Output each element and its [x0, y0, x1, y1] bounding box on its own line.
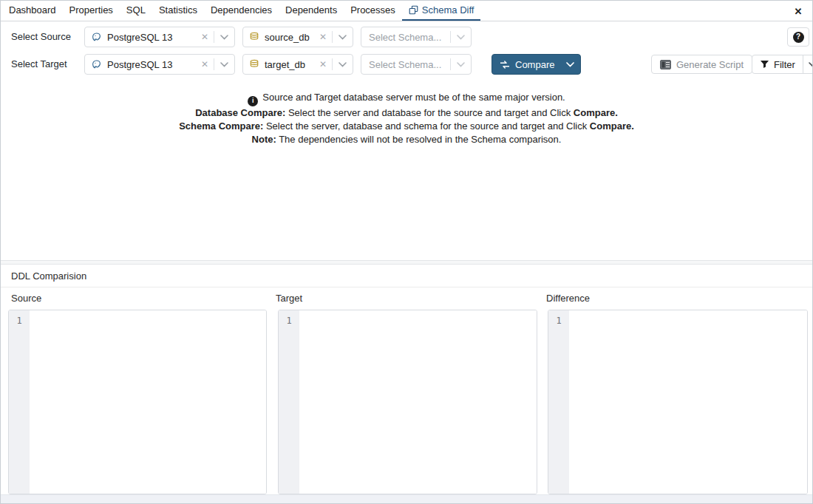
source-ddl-editor[interactable]: 1: [8, 310, 267, 494]
tab-label: Properties: [69, 4, 113, 16]
chevron-down-icon[interactable]: [334, 35, 347, 40]
line-number: 1: [548, 316, 569, 326]
target-schema-placeholder: Select Schema...: [369, 59, 449, 70]
instruction-line-schema-compare: Schema Compare: Select the server, datab…: [1, 120, 812, 133]
tab-properties[interactable]: Properties: [63, 1, 120, 21]
tab-label: Dependencies: [211, 4, 272, 16]
instruction-bold: Database Compare:: [195, 107, 285, 118]
line-number-gutter: 1: [548, 310, 569, 494]
compare-dropdown-toggle[interactable]: [562, 55, 580, 74]
tab-label: Dashboard: [9, 4, 56, 16]
line-number: 1: [279, 316, 299, 326]
ddl-comparison-title: DDL Comparision: [1, 265, 812, 287]
compare-button-main[interactable]: Compare: [492, 59, 562, 70]
target-server-value: PostgreSQL 13: [107, 59, 197, 70]
database-icon: [249, 32, 259, 42]
source-schema-placeholder: Select Schema...: [369, 32, 449, 43]
tab-bar: Dashboard Properties SQL Statistics Depe…: [1, 1, 812, 21]
tab-dependents[interactable]: Dependents: [279, 1, 344, 21]
instruction-text: Source and Target database server must b…: [262, 92, 565, 103]
compare-button-label: Compare: [515, 59, 554, 70]
instruction-bold: Schema Compare:: [179, 120, 263, 132]
filter-button-group: Filter: [752, 55, 813, 74]
source-panel-header: Source: [11, 293, 41, 304]
instruction-text: Select the server, database and schema f…: [263, 120, 590, 132]
source-database-select[interactable]: source_db ✕: [242, 27, 353, 47]
select-target-label: Select Target: [11, 54, 67, 75]
filter-button-label: Filter: [774, 59, 795, 70]
postgresql-icon: [91, 32, 102, 43]
tab-dependencies[interactable]: Dependencies: [204, 1, 279, 21]
instruction-text: Select the server and database for the s…: [285, 107, 574, 118]
schema-diff-icon: [409, 5, 418, 15]
select-divider: [332, 31, 333, 43]
compare-arrows-icon: [500, 61, 510, 69]
tab-label: SQL: [126, 4, 146, 16]
tab-label: Processes: [350, 4, 395, 16]
chevron-down-icon: [809, 62, 813, 67]
tab-schema-diff[interactable]: Schema Diff: [402, 1, 481, 21]
tab-sql[interactable]: SQL: [120, 1, 152, 21]
select-divider: [214, 31, 214, 43]
difference-ddl-editor[interactable]: 1: [548, 310, 808, 494]
select-divider: [450, 58, 451, 70]
source-ddl-content[interactable]: [30, 310, 266, 494]
clear-icon[interactable]: ✕: [197, 33, 212, 41]
chevron-down-icon[interactable]: [334, 62, 347, 67]
chevron-down-icon: [566, 62, 574, 67]
target-schema-select[interactable]: Select Schema...: [361, 54, 472, 75]
generate-script-label: Generate Script: [676, 59, 744, 70]
instruction-line-database-compare: Database Compare: Select the server and …: [1, 106, 812, 120]
clear-icon[interactable]: ✕: [316, 33, 330, 41]
tab-label: Schema Diff: [422, 4, 474, 16]
instruction-line-version: iSource and Target database server must …: [1, 91, 812, 106]
tab-label: Dependents: [285, 4, 337, 16]
instruction-text: The dependencies will not be resolved in…: [276, 134, 562, 145]
chevron-down-icon[interactable]: [216, 62, 228, 67]
chevron-down-icon[interactable]: [452, 35, 465, 40]
target-ddl-editor[interactable]: 1: [278, 310, 537, 494]
difference-ddl-content[interactable]: [569, 310, 807, 494]
target-database-select[interactable]: target_db ✕: [242, 54, 353, 75]
instruction-bold: Compare.: [590, 120, 634, 132]
select-source-label: Select Source: [11, 27, 71, 47]
database-icon: [249, 59, 259, 69]
clear-icon[interactable]: ✕: [197, 60, 212, 69]
chevron-down-icon[interactable]: [452, 62, 465, 67]
instruction-bold: Note:: [252, 134, 276, 145]
tab-statistics[interactable]: Statistics: [152, 1, 204, 21]
tab-label: Statistics: [159, 4, 197, 16]
script-icon: [660, 60, 671, 69]
tab-processes[interactable]: Processes: [344, 1, 402, 21]
generate-script-button[interactable]: Generate Script: [651, 55, 752, 74]
postgresql-icon: [91, 59, 102, 70]
filter-funnel-icon: [760, 60, 769, 69]
filter-button[interactable]: Filter: [752, 55, 803, 73]
target-panel-header: Target: [276, 293, 302, 304]
instruction-line-note: Note: The dependencies will not be resol…: [1, 133, 812, 146]
target-database-value: target_db: [265, 59, 316, 70]
schema-diff-panel: Dashboard Properties SQL Statistics Depe…: [0, 0, 813, 504]
bottom-status-strip: [1, 494, 812, 503]
select-divider: [450, 31, 451, 43]
filter-dropdown-toggle[interactable]: [803, 55, 813, 73]
source-server-select[interactable]: PostgreSQL 13 ✕: [84, 27, 235, 47]
line-number-gutter: 1: [9, 310, 30, 494]
target-server-select[interactable]: PostgreSQL 13 ✕: [84, 54, 235, 75]
chevron-down-icon[interactable]: [216, 35, 228, 40]
clear-icon[interactable]: ✕: [316, 60, 330, 69]
help-button[interactable]: ?: [787, 27, 809, 47]
compare-button[interactable]: Compare: [491, 54, 581, 75]
instruction-bold: Compare.: [574, 107, 618, 118]
tab-dashboard[interactable]: Dashboard: [2, 1, 63, 21]
difference-panel-header: Difference: [546, 293, 590, 304]
question-mark-icon: ?: [793, 32, 804, 43]
close-icon[interactable]: ✕: [792, 4, 805, 18]
target-ddl-content[interactable]: [299, 310, 537, 494]
line-number: 1: [9, 316, 30, 326]
instructions-block: iSource and Target database server must …: [1, 91, 812, 146]
source-schema-select[interactable]: Select Schema...: [361, 27, 472, 47]
source-server-value: PostgreSQL 13: [107, 32, 197, 43]
source-database-value: source_db: [265, 32, 316, 43]
select-divider: [332, 58, 333, 70]
